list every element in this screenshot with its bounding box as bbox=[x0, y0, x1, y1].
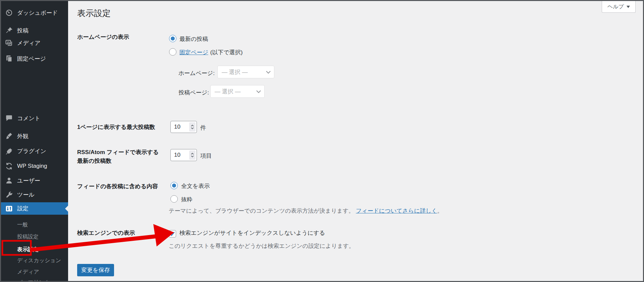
chevron-up-icon bbox=[191, 125, 194, 127]
sidebar-item-comments[interactable]: コメント bbox=[1, 112, 68, 125]
sidebar-item-label: 固定ページ bbox=[17, 55, 46, 63]
radio-static-page-label: 固定ページ(以下で選択) bbox=[179, 49, 243, 56]
number-stepper[interactable] bbox=[189, 150, 196, 160]
search-visibility-checkbox-label: 検索エンジンがサイトをインデックスしないようにする bbox=[179, 229, 325, 237]
sidebar-item-label: メディア bbox=[17, 39, 41, 47]
pages-icon bbox=[5, 55, 13, 62]
refresh-icon bbox=[5, 162, 13, 170]
settings-content-area: ヘルプ 表示設定 ホームページの表示 最新の投稿 固定ページ(以下で選択) ホー… bbox=[68, 1, 643, 281]
submenu-label: 表示設定 bbox=[17, 246, 39, 252]
sidebar-item-label: コメント bbox=[17, 115, 41, 122]
submenu-label: メディア bbox=[17, 269, 39, 275]
settings-icon bbox=[5, 205, 13, 212]
sidebar-subitem-media[interactable]: メディア bbox=[1, 268, 68, 275]
posts-page-select-label: 投稿ページ: bbox=[178, 89, 209, 96]
sidebar-subitem-discussion[interactable]: ディスカッション bbox=[1, 257, 68, 264]
sidebar-subitem-reading[interactable]: 表示設定 bbox=[1, 246, 68, 253]
admin-sidebar: ダッシュボード 投稿 メディア 固定ページ コメント 外観 プラグイン WP bbox=[1, 1, 68, 281]
sidebar-item-label: ダッシュボード bbox=[17, 9, 58, 17]
chevron-down-icon bbox=[627, 6, 630, 10]
feed-items-unit: 項目 bbox=[200, 152, 212, 160]
sidebar-item-label: ユーザー bbox=[17, 177, 40, 185]
checkmark-icon bbox=[169, 230, 176, 237]
chevron-down-icon bbox=[266, 71, 271, 74]
posts-per-page-unit: 件 bbox=[200, 124, 206, 132]
sidebar-item-dashboard[interactable]: ダッシュボード bbox=[1, 6, 68, 19]
wrench-icon bbox=[5, 191, 13, 198]
homepage-select-value: — 選択 — bbox=[222, 68, 248, 76]
submenu-label: ディスカッション bbox=[17, 258, 61, 263]
sidebar-item-label: WP Staging bbox=[17, 163, 47, 169]
homepage-select-label: ホームページ: bbox=[178, 69, 215, 77]
sidebar-item-wp-staging[interactable]: WP Staging bbox=[1, 160, 68, 172]
save-changes-button[interactable]: 変更を保存 bbox=[77, 264, 114, 276]
page-title: 表示設定 bbox=[77, 8, 111, 19]
radio-static-page[interactable] bbox=[169, 48, 176, 56]
wordpress-admin-window: ダッシュボード 投稿 メディア 固定ページ コメント 外観 プラグイン WP bbox=[0, 0, 644, 282]
radio-latest-posts-label: 最新の投稿 bbox=[179, 35, 208, 43]
plugin-icon bbox=[5, 147, 13, 155]
search-visibility-checkbox[interactable] bbox=[169, 230, 176, 237]
sidebar-item-users[interactable]: ユーザー bbox=[1, 174, 68, 187]
radio-full-text[interactable] bbox=[170, 182, 178, 189]
help-button[interactable]: ヘルプ bbox=[602, 1, 636, 13]
radio-latest-posts[interactable] bbox=[169, 35, 176, 42]
sidebar-item-pages[interactable]: 固定ページ bbox=[1, 52, 68, 65]
chevron-down-icon bbox=[191, 155, 194, 157]
sidebar-item-label: 設定 bbox=[17, 205, 29, 212]
static-page-link[interactable]: 固定ページ bbox=[179, 49, 208, 56]
sidebar-item-label: ツール bbox=[17, 191, 35, 199]
sidebar-item-media[interactable]: メディア bbox=[1, 37, 68, 49]
sidebar-item-label: 投稿 bbox=[17, 27, 29, 34]
search-visibility-description: このリクエストを尊重するかどうかは検索エンジンの設定によります。 bbox=[169, 242, 355, 250]
help-button-label: ヘルプ bbox=[607, 3, 624, 10]
chevron-down-icon bbox=[191, 127, 194, 129]
search-visibility-label: 検索エンジンでの表示 bbox=[77, 229, 135, 237]
homepage-display-label: ホームページの表示 bbox=[77, 33, 129, 42]
sidebar-item-label: プラグイン bbox=[17, 147, 46, 155]
homepage-select[interactable]: — 選択 — bbox=[217, 66, 274, 78]
dashboard-icon bbox=[5, 9, 13, 16]
submenu-label: 投稿設定 bbox=[17, 234, 39, 239]
sidebar-item-plugins[interactable]: プラグイン bbox=[1, 145, 68, 157]
sidebar-item-appearance[interactable]: 外観 bbox=[1, 130, 68, 142]
sidebar-item-posts[interactable]: 投稿 bbox=[1, 24, 68, 37]
posts-page-select[interactable]: — 選択 — bbox=[210, 85, 265, 98]
note-suffix: 。 bbox=[437, 208, 443, 214]
sidebar-subitem-general[interactable]: 一般 bbox=[1, 221, 68, 228]
media-icon bbox=[5, 39, 13, 47]
sidebar-subitem-permalinks[interactable]: パーマリンク bbox=[1, 279, 68, 282]
feed-info-link[interactable]: フィードについてさらに詳しく bbox=[356, 208, 437, 214]
note-text: テーマによって、ブラウザーでのコンテンツの表示方法が決まります。 bbox=[169, 208, 354, 214]
static-page-suffix: (以下で選択) bbox=[210, 49, 243, 56]
user-icon bbox=[5, 177, 13, 184]
comment-icon bbox=[5, 115, 13, 122]
radio-excerpt[interactable] bbox=[170, 195, 178, 203]
radio-full-text-label: 全文を表示 bbox=[181, 182, 210, 190]
feed-content-label: フィードの各投稿に含める内容 bbox=[77, 182, 158, 191]
chevron-up-icon bbox=[191, 153, 194, 155]
chevron-down-icon bbox=[256, 90, 261, 93]
submenu-label: パーマリンク bbox=[17, 279, 50, 282]
submenu-label: 一般 bbox=[17, 222, 28, 227]
sidebar-item-label: 外観 bbox=[17, 132, 29, 140]
feed-content-note: テーマによって、ブラウザーでのコンテンツの表示方法が決まります。 フィードについ… bbox=[169, 207, 443, 215]
feed-items-label: RSS/Atom フィードで表示する最新の投稿数 bbox=[77, 148, 163, 165]
paintbrush-icon bbox=[5, 132, 13, 140]
posts-per-page-label: 1ページに表示する最大投稿数 bbox=[77, 123, 155, 132]
radio-excerpt-label: 抜粋 bbox=[181, 196, 193, 203]
posts-page-select-value: — 選択 — bbox=[215, 88, 240, 95]
sidebar-subitem-writing[interactable]: 投稿設定 bbox=[1, 233, 68, 240]
pushpin-icon bbox=[5, 27, 13, 34]
number-stepper[interactable] bbox=[189, 122, 196, 132]
sidebar-item-tools[interactable]: ツール bbox=[1, 188, 68, 201]
sidebar-item-settings[interactable]: 設定 bbox=[1, 202, 68, 215]
